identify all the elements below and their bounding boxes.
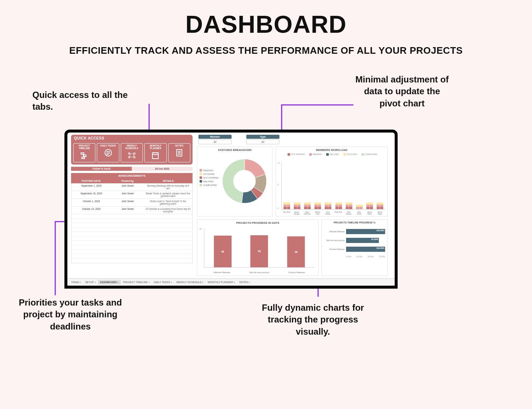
tab-label: NOTES bbox=[239, 281, 248, 283]
announcement-empty-row bbox=[71, 250, 192, 254]
workload-bar: 312 bbox=[283, 202, 290, 209]
projects-progress-days-chart: PROJECTS PROGRESS IN DAYS 60 495048 Webs… bbox=[197, 219, 318, 276]
workload-bar: 211 bbox=[304, 202, 311, 209]
workload-bar: 111 bbox=[325, 202, 331, 209]
chevron-down-icon: ▾ bbox=[202, 281, 203, 283]
svg-rect-6 bbox=[82, 157, 85, 159]
sheet-tab[interactable]: WEEKLY SCHEDULE▾ bbox=[174, 280, 206, 285]
quick-access-panel: QUICK ACCESS PROJECT TIMELINEDAILY TASKS… bbox=[71, 135, 193, 263]
legend-label: DELAYED bbox=[203, 180, 214, 183]
workload-ytick-5: 5 bbox=[278, 184, 279, 186]
sheet-tab[interactable]: TIONS▾ bbox=[69, 280, 83, 285]
tile-label: DAILY TASKS bbox=[101, 144, 116, 147]
quick-access-tile[interactable]: PROJECT TIMELINE bbox=[73, 143, 95, 162]
bar-segment: 3 bbox=[283, 207, 290, 209]
bar-value: 1 bbox=[314, 207, 321, 209]
quick-access-tile[interactable]: WEEKLY SCHEDULE bbox=[121, 143, 143, 162]
announcement-empty-row bbox=[71, 219, 192, 223]
timeline-xtick: 25.00% bbox=[356, 255, 363, 258]
announcement-row: October 14, 2023John Smart15 October is … bbox=[71, 207, 192, 214]
timeline-pct-value: 100.00% bbox=[376, 247, 384, 249]
timeline-icon bbox=[79, 150, 89, 161]
legend-label: ON GOING bbox=[203, 173, 215, 175]
col-posted-by: Posted by bbox=[111, 179, 144, 183]
tasks-icon bbox=[103, 148, 113, 158]
annotation-quick-access: Quick access to all the tabs. bbox=[32, 89, 128, 113]
schedule-icon bbox=[127, 150, 137, 161]
bar-value: 1 bbox=[325, 207, 331, 209]
cell-date: October 1, 2023 bbox=[71, 199, 111, 206]
quick-access-tile[interactable]: DAILY TASKS bbox=[97, 143, 119, 162]
progress-days-title: PROJECTS PROGRESS IN DAYS bbox=[197, 220, 318, 226]
svg-rect-16 bbox=[152, 153, 158, 159]
announcement-empty-row bbox=[71, 241, 192, 245]
legend-item: DELAYED bbox=[200, 180, 219, 183]
tab-label: DASHBOARD bbox=[100, 281, 117, 283]
legend-swatch bbox=[200, 184, 202, 186]
svg-point-12 bbox=[128, 153, 130, 154]
bar-value: 8 bbox=[335, 207, 342, 209]
col-posting-date: POSTING DATE bbox=[71, 179, 111, 183]
bar-segment: 1 bbox=[346, 207, 352, 209]
filter-member-label: Member bbox=[198, 135, 232, 139]
legend-item: ON GOING bbox=[200, 173, 219, 175]
sheet-tab[interactable]: DASHBOARD▾ bbox=[98, 280, 121, 285]
svg-rect-5 bbox=[83, 155, 86, 156]
statuses-breakdown-chart: STATUSES BREAKDOWN PENDINGON GOINGNOT ST… bbox=[197, 147, 272, 216]
quick-access-title: QUICK ACCESS bbox=[71, 135, 193, 142]
sheet-tab[interactable]: MONTHLY PLANNER▾ bbox=[205, 280, 237, 285]
sheet-tab[interactable]: DAILY TASKS▾ bbox=[152, 280, 174, 285]
device-frame: QUICK ACCESS PROJECT TIMELINEDAILY TASKS… bbox=[64, 130, 398, 289]
chevron-down-icon: ▾ bbox=[95, 281, 96, 283]
workload-xlabel: Devon Morgan bbox=[293, 212, 301, 215]
announcement-empty-row bbox=[71, 228, 192, 232]
announcements-header: POSTING DATE Posted by DETAILS bbox=[71, 179, 193, 183]
col-details: DETAILS bbox=[144, 179, 193, 183]
bar-value: 1 bbox=[377, 207, 383, 209]
bar-segment: 2 bbox=[366, 207, 373, 209]
chevron-down-icon: ▾ bbox=[234, 281, 235, 283]
progress-xlabel: Sell the new product bbox=[249, 271, 269, 274]
legend-item: NOT STARTED bbox=[286, 153, 305, 155]
workload-bar: 811 bbox=[335, 202, 342, 209]
cell-postedby: John Smart bbox=[111, 183, 144, 191]
cell-date: September 15, 2023 bbox=[71, 191, 111, 198]
timeline-pct-title: PROJECTS TIMELINE PROGRESS % bbox=[322, 220, 387, 225]
workload-bar: 311 bbox=[294, 202, 300, 209]
timeline-label: Sell the new product bbox=[324, 239, 346, 241]
workload-xlabel: Peter Fork bbox=[334, 212, 342, 215]
workload-ytick-10: 10 bbox=[278, 162, 280, 164]
workload-bar: 11 bbox=[356, 205, 363, 209]
timeline-fill: 100.00% bbox=[346, 229, 385, 234]
announcement-empty-row bbox=[71, 258, 192, 263]
bar-segment: 3 bbox=[294, 207, 300, 209]
timeline-label: Product Release bbox=[324, 248, 346, 250]
sheet-tab[interactable]: PROJECT TIMELINE▾ bbox=[121, 280, 152, 285]
legend-item: COMPLETED bbox=[200, 184, 219, 186]
announcement-empty-row bbox=[71, 214, 192, 219]
sheet-tab[interactable]: SETUP▾ bbox=[83, 280, 98, 285]
bar-segment: 1 bbox=[325, 207, 331, 209]
progress-bar: 48 bbox=[287, 236, 305, 267]
notes-icon bbox=[174, 148, 184, 158]
filter-member-value[interactable]: All bbox=[198, 140, 232, 144]
workload-bar: 111 bbox=[314, 202, 321, 209]
sheet-tab[interactable]: NOTES▾ bbox=[237, 280, 252, 285]
filter-type-value[interactable]: All bbox=[246, 140, 279, 144]
legend-label: NOT STARTED bbox=[203, 177, 219, 179]
legend-swatch bbox=[288, 153, 290, 156]
cell-date: October 14, 2023 bbox=[71, 207, 111, 214]
bar-segment: 1 bbox=[356, 207, 363, 209]
progress-bar: 49 bbox=[214, 236, 232, 267]
progress-bar: 50 bbox=[250, 235, 268, 268]
planner-icon bbox=[150, 150, 161, 161]
cell-postedby: John Smart bbox=[111, 191, 144, 198]
workload-xlabel: Stacy Freeman bbox=[303, 212, 311, 215]
announcement-empty-row bbox=[71, 232, 192, 236]
quick-access-tile[interactable]: MONTHLY PLANNER bbox=[144, 143, 166, 162]
svg-point-13 bbox=[134, 153, 135, 154]
workload-xlabel: John Smart bbox=[355, 212, 363, 215]
quick-access-tile[interactable]: NOTES bbox=[168, 143, 190, 162]
announcement-empty-row bbox=[71, 223, 192, 228]
bar-segment: 1 bbox=[314, 207, 321, 209]
